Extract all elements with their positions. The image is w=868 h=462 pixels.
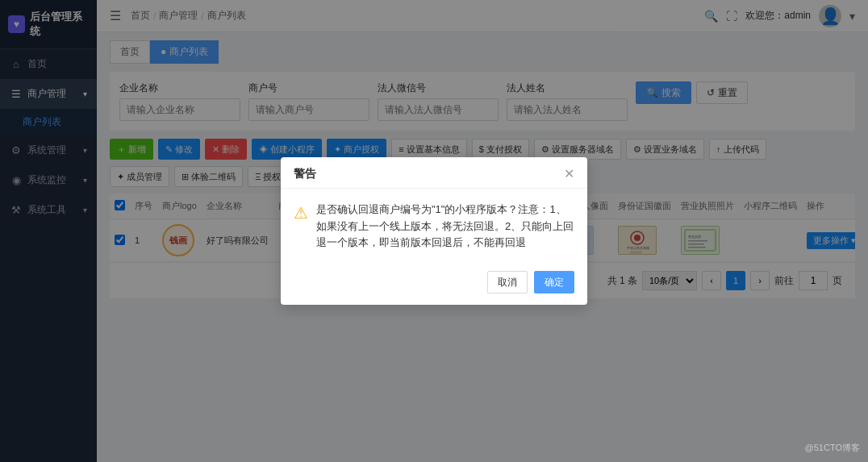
modal-cancel-button[interactable]: 取消	[487, 271, 528, 293]
modal-body: ⚠ 是否确认回退商户编号为"1"的小程序版本？注意：1、如果没有上一个线上版本，…	[281, 189, 587, 264]
modal-confirm-button[interactable]: 确定	[534, 271, 574, 293]
modal-content-text: 是否确认回退商户编号为"1"的小程序版本？注意：1、如果没有上一个线上版本，将无…	[316, 202, 574, 252]
modal-header: 警告 ✕	[281, 157, 587, 189]
warning-modal: 警告 ✕ ⚠ 是否确认回退商户编号为"1"的小程序版本？注意：1、如果没有上一个…	[281, 157, 587, 305]
modal-footer: 取消 确定	[281, 264, 587, 305]
modal-close-button[interactable]: ✕	[564, 168, 574, 181]
modal-overlay: 警告 ✕ ⚠ 是否确认回退商户编号为"1"的小程序版本？注意：1、如果没有上一个…	[0, 0, 868, 462]
watermark: @51CTO博客	[805, 442, 860, 454]
warning-icon: ⚠	[294, 203, 308, 223]
modal-title: 警告	[294, 167, 316, 181]
